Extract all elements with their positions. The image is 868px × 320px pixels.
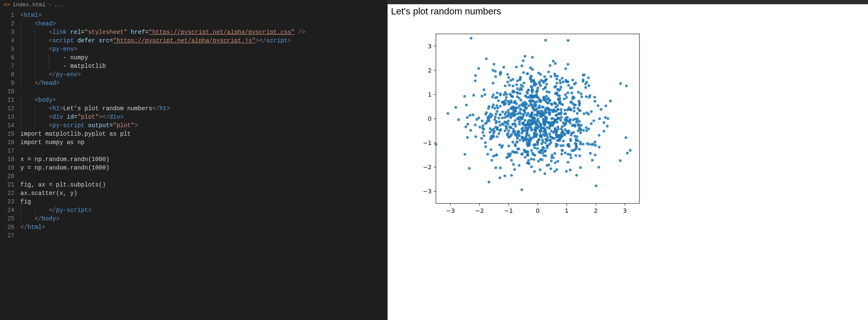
svg-point-214	[578, 100, 580, 102]
code-line[interactable]: </head>	[20, 79, 388, 87]
code-line[interactable]: </html>	[20, 223, 388, 231]
svg-point-259	[598, 134, 600, 136]
code-line[interactable]: ax.scatter(x, y)	[20, 189, 388, 198]
svg-point-492	[475, 118, 478, 121]
svg-point-166	[510, 174, 513, 176]
svg-point-762	[563, 97, 566, 100]
svg-point-601	[474, 124, 477, 126]
breadcrumb-filename[interactable]: index.html	[13, 2, 46, 8]
line-number: 9	[0, 79, 20, 87]
code-line[interactable]: import numpy as np	[20, 138, 388, 147]
svg-point-975	[533, 144, 536, 146]
svg-point-628	[553, 170, 556, 173]
svg-point-798	[591, 159, 594, 161]
svg-point-532	[555, 82, 558, 84]
code-line[interactable]: y = np.random.randn(1000)	[20, 164, 388, 172]
svg-point-820	[519, 92, 522, 95]
svg-point-115	[533, 170, 536, 173]
code-line[interactable]: <py-script output="plot">	[20, 121, 388, 130]
svg-point-934	[548, 99, 551, 102]
svg-point-181	[502, 66, 505, 68]
code-line[interactable]: <script defer src="https://pyscript.net/…	[20, 36, 388, 45]
svg-point-306	[516, 151, 518, 154]
svg-point-563	[478, 126, 481, 128]
svg-point-262	[503, 175, 506, 177]
svg-point-905	[542, 122, 545, 124]
svg-point-724	[510, 113, 512, 115]
svg-point-985	[526, 128, 529, 131]
code-line[interactable]: <h1>Let's plot random numbers</h1>	[20, 104, 388, 113]
code-line[interactable]: - matplotlib	[20, 62, 388, 70]
svg-point-964	[530, 80, 533, 83]
svg-point-965	[530, 122, 533, 125]
svg-point-942	[527, 122, 529, 125]
code-line[interactable]: - numpy	[20, 53, 388, 62]
svg-point-358	[505, 111, 507, 114]
code-line[interactable]: <link rel="stylesheet" href="https://pys…	[20, 28, 388, 36]
svg-point-750	[546, 144, 548, 147]
code-area[interactable]: 1234567891011121314151617181920212223242…	[0, 9, 388, 320]
svg-point-911	[480, 95, 483, 97]
svg-point-980	[564, 133, 566, 135]
page-heading: Let's plot random numbers	[391, 6, 868, 17]
code-line[interactable]: </py-env>	[20, 70, 388, 79]
line-number: 27	[0, 231, 20, 240]
svg-point-707	[550, 130, 553, 132]
svg-point-708	[546, 139, 549, 142]
y-tick-label: −2	[423, 164, 432, 170]
svg-point-951	[544, 129, 546, 132]
code-line[interactable]: x = np.random.randn(1000)	[20, 155, 388, 164]
svg-point-247	[555, 168, 558, 171]
svg-point-531	[600, 108, 602, 111]
svg-point-961	[507, 132, 509, 135]
svg-point-938	[527, 89, 530, 91]
svg-point-241	[457, 118, 460, 121]
svg-point-764	[491, 159, 493, 161]
svg-point-1009	[508, 136, 511, 139]
svg-point-805	[560, 145, 562, 147]
svg-point-915	[534, 103, 537, 106]
breadcrumb-rest[interactable]: ...	[54, 2, 64, 8]
svg-point-102	[527, 112, 529, 114]
svg-point-854	[584, 83, 587, 85]
code-line[interactable]: import matplotlib.pyplot as plt	[20, 130, 388, 138]
svg-point-940	[508, 84, 511, 86]
code-line[interactable]	[20, 87, 388, 96]
code-line[interactable]: <div id="plot"></div>	[20, 113, 388, 121]
svg-point-739	[526, 153, 528, 156]
svg-point-772	[592, 120, 595, 122]
code-line[interactable]: </body>	[20, 214, 388, 223]
code-line[interactable]: <py-env>	[20, 45, 388, 53]
svg-point-880	[545, 101, 547, 103]
svg-point-323	[527, 134, 530, 136]
svg-point-846	[574, 81, 577, 84]
svg-point-245	[477, 67, 480, 70]
code-line[interactable]: fig, ax = plt.subplots()	[20, 181, 388, 189]
code-line[interactable]: <body>	[20, 96, 388, 104]
code-editor-pane: <> index.html › ... 12345678910111213141…	[0, 0, 388, 320]
code-line[interactable]	[20, 172, 388, 181]
breadcrumb[interactable]: <> index.html › ...	[0, 0, 388, 9]
svg-point-773	[526, 143, 528, 145]
svg-point-999	[469, 114, 471, 117]
code-line[interactable]: fig	[20, 198, 388, 206]
code-body[interactable]: <html> <head> <link rel="stylesheet" hre…	[20, 9, 388, 320]
svg-point-425	[464, 125, 467, 128]
svg-point-436	[484, 145, 487, 148]
x-tick-label: 0	[536, 207, 540, 214]
code-line[interactable]: <head>	[20, 19, 388, 28]
svg-point-489	[619, 159, 622, 162]
code-line[interactable]: </py-script>	[20, 206, 388, 214]
code-line[interactable]	[20, 147, 388, 155]
svg-point-851	[530, 78, 532, 80]
svg-point-235	[516, 95, 519, 98]
svg-point-249	[536, 100, 538, 103]
svg-point-850	[564, 109, 566, 111]
svg-point-877	[466, 136, 469, 139]
svg-point-338	[565, 96, 568, 99]
line-number: 7	[0, 62, 20, 70]
code-line[interactable]: <html>	[20, 11, 388, 19]
code-line[interactable]	[20, 231, 388, 240]
svg-point-670	[575, 138, 577, 140]
svg-point-570	[499, 124, 501, 127]
